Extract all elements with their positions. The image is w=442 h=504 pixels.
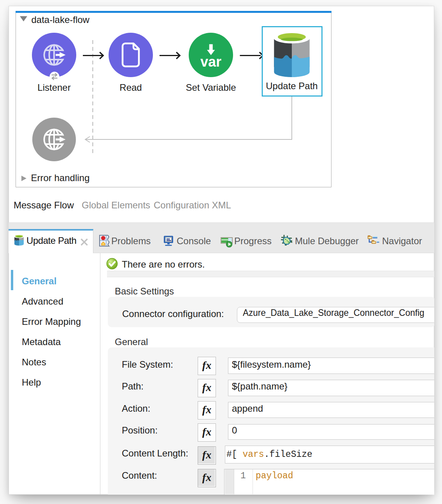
svg-text:Error handling: Error handling <box>31 173 90 183</box>
svg-text:Listener: Listener <box>37 82 70 93</box>
svg-text:Set Variable: Set Variable <box>186 82 236 93</box>
svg-text:data-lake-flow: data-lake-flow <box>32 14 90 25</box>
svg-text:Read: Read <box>119 82 142 93</box>
svg-text:Update Path: Update Path <box>266 81 317 91</box>
svg-text:var: var <box>200 54 221 70</box>
